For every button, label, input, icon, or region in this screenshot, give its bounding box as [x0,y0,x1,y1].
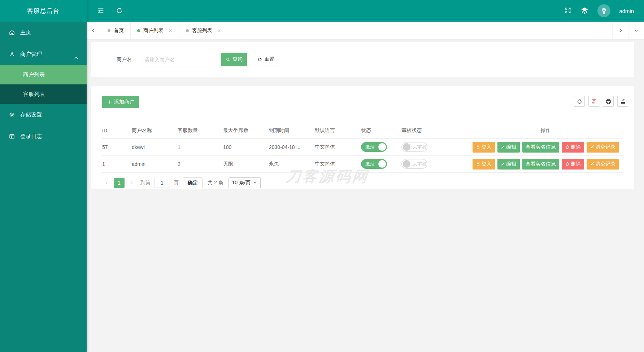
sidebar: 客服总后台 主页 商户管理 商户列表 客服列表 存储设置 [0,0,87,352]
col-header-status: 状态 [361,123,401,138]
cell-seats: 无限 [223,155,269,172]
sidebar-item-home[interactable]: 主页 [0,22,87,43]
layers-icon[interactable] [581,7,589,15]
sidebar-item-label: 主页 [20,29,31,36]
edit-button[interactable]: 编辑 [497,159,520,170]
edit-button[interactable]: 编辑 [497,142,520,153]
merchant-name-input[interactable] [140,53,209,66]
fullscreen-icon[interactable] [564,7,572,15]
merchant-table-panel: 添加商户 ID 商户名称 [91,86,634,189]
tab-label: 客服列表 [192,27,212,34]
search-panel: 商户名 查询 重置 [91,42,634,77]
sidebar-item-label: 商户管理 [20,51,42,58]
lock-icon [476,162,480,166]
tab-dot [108,29,110,32]
audit-toggle[interactable]: 未审核 [401,159,427,169]
table-columns-button[interactable] [588,96,599,107]
tabs-menu-button[interactable] [628,22,644,39]
tab-home[interactable]: 首页 [101,22,131,39]
sidebar-item-label: 登录日志 [20,133,42,140]
prev-page-button[interactable] [102,178,112,188]
audit-toggle[interactable]: 未审核 [401,142,427,152]
delete-button[interactable]: 删除 [562,159,584,170]
toggle-knob [378,143,386,151]
col-header-expire: 到期时间 [269,123,315,138]
cell-expire: 永久 [269,155,315,172]
status-toggle[interactable]: 激活 [361,159,387,169]
clear-icon [590,162,595,166]
view-realname-button[interactable]: 查看实名信息 [522,142,559,153]
table-export-button[interactable] [617,96,628,107]
merchant-name-label: 商户名 [117,56,132,63]
username[interactable]: admin [619,8,634,14]
chevron-up-icon [74,56,79,61]
cell-id: 57 [102,138,132,155]
col-header-id: ID [102,123,132,138]
reset-button[interactable]: 重置 [253,53,279,66]
cell-id: 1 [102,155,132,172]
sidebar-item-login-log[interactable]: 登录日志 [0,126,87,147]
print-icon [605,98,612,105]
edit-icon [501,145,505,149]
login-button[interactable]: 登入 [473,142,495,153]
query-button[interactable]: 查询 [221,53,247,66]
clear-records-button[interactable]: 清空记录 [587,142,619,153]
clear-icon [590,145,595,149]
caret-down-icon [253,181,257,185]
tab-merchant-list[interactable]: 商户列表 [131,22,179,39]
col-header-agents: 客服数量 [178,123,223,138]
sidebar-item-storage[interactable]: 存储设置 [0,104,87,126]
status-toggle[interactable]: 激活 [361,142,387,152]
close-icon[interactable] [168,28,173,33]
table-print-button[interactable] [603,96,614,107]
top-header: admin [87,0,644,22]
collapse-sidebar-icon[interactable] [97,7,105,15]
merchant-table: ID 商户名称 客服数量 最大坐席数 到期时间 默认语言 状态 审核状态 操作 … [102,123,623,173]
home-icon [9,29,15,36]
refresh-icon[interactable] [116,7,123,15]
next-page-button[interactable] [127,178,136,188]
goto-page-input[interactable] [154,178,170,188]
goto-label: 到第 [140,180,151,186]
table-refresh-button[interactable] [574,96,585,107]
log-icon [9,133,15,140]
total-count: 共 2 条 [208,180,223,186]
tab-active-dot [137,29,140,32]
table-header-row: ID 商户名称 客服数量 最大坐席数 到期时间 默认语言 状态 审核状态 操作 [102,123,623,138]
close-icon[interactable] [217,28,221,33]
col-header-audit: 审核状态 [401,123,468,138]
sidebar-item-service-list[interactable]: 客服列表 [0,84,87,104]
cell-agents: 1 [178,138,223,155]
view-realname-button[interactable]: 查看实名信息 [522,159,559,170]
cell-name: admin [132,155,178,172]
sidebar-item-label: 存储设置 [20,111,42,118]
cell-seats: 100 [223,138,269,155]
delete-button[interactable]: 删除 [562,142,584,153]
tabs-scroll-left-button[interactable] [87,22,101,39]
avatar[interactable] [597,4,610,17]
refresh-icon [576,98,583,105]
columns-icon [591,98,597,105]
clear-records-button[interactable]: 清空记录 [587,159,619,170]
cell-name: dkewl [132,138,178,155]
goto-confirm-button[interactable]: 确定 [183,177,203,188]
login-button[interactable]: 登入 [473,159,495,170]
merchant-icon [9,51,15,57]
current-page-button[interactable]: 1 [114,178,125,188]
page-unit-label: 页 [174,180,179,186]
tabs-scroll-right-button[interactable] [612,22,628,39]
lock-icon [476,145,480,149]
search-icon [226,57,231,62]
toggle-knob [403,143,410,151]
tab-service-list[interactable]: 客服列表 [179,22,228,39]
page-size-select[interactable]: 10 条/页 [229,177,261,188]
col-header-seats: 最大坐席数 [223,123,269,138]
edit-icon [501,162,505,166]
sidebar-item-label: 客服列表 [23,91,45,98]
cell-lang: 中文简体 [315,138,361,155]
tab-bar: 首页 商户列表 客服列表 [87,22,644,40]
sidebar-item-merchant-list[interactable]: 商户列表 [0,65,87,84]
sidebar-item-merchant-mgmt[interactable]: 商户管理 [0,43,87,65]
add-merchant-button[interactable]: 添加商户 [102,96,139,108]
cell-agents: 2 [178,155,223,172]
